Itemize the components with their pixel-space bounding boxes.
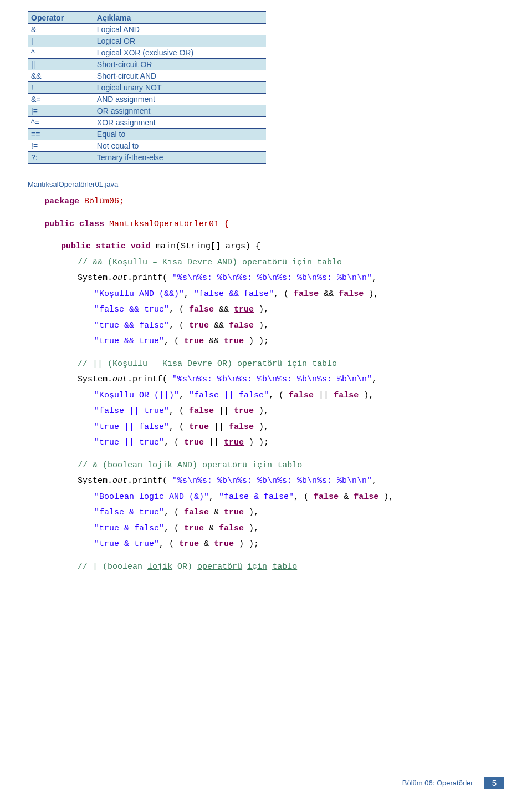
table-cell: == [28,129,94,140]
table-cell: |= [28,105,94,117]
page-number: 5 [484,777,504,789]
table-cell: XOR assignment [94,117,266,129]
file-heading: MantıksalOperatörler01.java [28,180,504,188]
table-cell: Logical AND [94,24,266,35]
table-cell: || [28,59,94,70]
table-header: Açıklama [94,12,266,24]
table-cell: != [28,140,94,152]
table-header: Operator [28,12,94,24]
table-cell: & [28,24,94,35]
table-cell: &= [28,94,94,105]
table-cell: ! [28,82,94,94]
table-cell: ^= [28,117,94,129]
footer-text: Bölüm 06: Operatörler [402,779,473,787]
table-cell: ^ [28,47,94,59]
operator-table: OperatorAçıklama&Logical AND|Logical OR^… [28,11,266,164]
table-cell: Short-circuit OR [94,59,266,70]
code-block: package Bölüm06; public class MantıksalO… [44,194,504,575]
table-cell: Not equal to [94,140,266,152]
table-cell: Logical unary NOT [94,82,266,94]
table-cell: Short-circuit AND [94,70,266,82]
table-cell: AND assignment [94,94,266,105]
table-cell: | [28,35,94,47]
table-cell: OR assignment [94,105,266,117]
page-footer: Bölüm 06: Operatörler 5 [28,774,504,789]
table-cell: Logical OR [94,35,266,47]
table-cell: Logical XOR (exclusive OR) [94,47,266,59]
table-cell: && [28,70,94,82]
table-cell: Ternary if-then-else [94,152,266,164]
table-cell: ?: [28,152,94,164]
table-cell: Equal to [94,129,266,140]
